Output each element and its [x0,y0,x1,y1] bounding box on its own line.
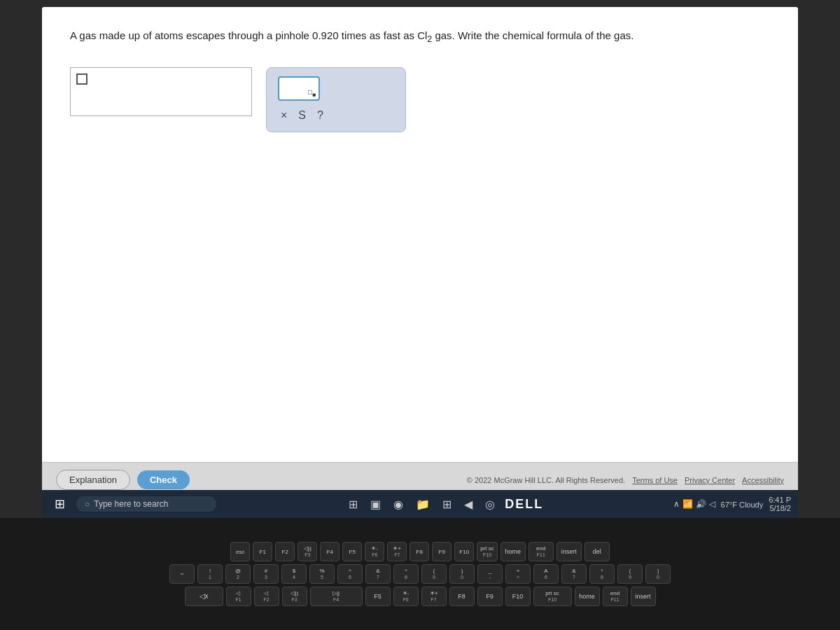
key-f1[interactable]: F1 [253,542,272,561]
key-del[interactable]: del [584,542,610,561]
formula-buttons: × S ? [278,108,394,123]
key-end[interactable]: endF11 [528,542,554,561]
taskbar-icon-2[interactable]: ▣ [368,498,384,511]
key-f9[interactable]: F9 [432,542,451,561]
taskbar-icon-chat[interactable]: ◀ [461,498,475,511]
key-t[interactable]: F5 [365,587,391,606]
number-key-row: ~ !1 @2 #3 $4 %5 ^6 &7 *8 (9 )0 _- += A6… [169,564,671,584]
key-7b[interactable]: A6 [533,564,559,584]
question-button[interactable]: ? [314,108,326,123]
key-esc-bottom[interactable]: ◁x [185,587,223,606]
checkbox [76,74,88,85]
key-e[interactable]: ◁))F3 [282,587,307,606]
privacy-link[interactable]: Privacy Center [685,476,735,484]
key-u[interactable]: ☀+F7 [421,587,447,606]
key-0[interactable]: )0 [449,564,475,584]
key-minus[interactable]: _- [477,564,503,584]
caret-icon[interactable]: ∧ [673,499,680,509]
key-f5[interactable]: F5 [342,542,362,561]
key-1b[interactable]: )0 [645,564,671,584]
taskbar: ⊞ ○ Type here to search ⊞ ▣ ◉ 📁 ⊞ ◀ ◎ DE… [42,490,798,518]
key-8b[interactable]: &7 [561,564,587,584]
key-p[interactable]: F10 [505,587,531,606]
key-8[interactable]: *8 [393,564,419,584]
answer-row: □■ × S ? [70,67,770,132]
formula-panel: □■ × S ? [266,67,406,132]
key-o[interactable]: F9 [477,587,503,606]
key-insert[interactable]: insert [556,542,582,561]
key-backtick[interactable]: ~ [169,564,195,584]
key-q[interactable]: ◁F1 [226,587,251,606]
key-f7[interactable]: ☀+F7 [387,542,407,561]
taskbar-icon-browser[interactable]: ◉ [391,498,406,511]
key-w[interactable]: ◁F2 [254,587,279,606]
key-prtsc[interactable]: prt scF10 [477,542,498,561]
question-text-end: gas. Write the chemical formula of the g… [432,29,634,41]
taskbar-right: ∧ 📶 🔊 ◁ 67°F Cloudy 6:41 P 5/18/2 [673,496,791,512]
screen: A gas made up of atoms escapes through a… [42,7,798,497]
key-plus[interactable]: += [505,564,531,584]
weather-widget: 67°F Cloudy [721,498,764,510]
key-bracket1[interactable]: prt scF10 [533,587,572,606]
key-f2[interactable]: F2 [275,542,295,561]
start-button[interactable]: ⊞ [49,496,71,512]
search-icon: ○ [85,499,90,509]
speaker-icon[interactable]: 🔊 [696,499,706,509]
key-f3[interactable]: ◁))F3 [298,542,317,561]
fn-key-row: esc F1 F2 ◁))F3 F4 F5 ☀-F6 ☀+F7 F8 F9 F1… [230,542,610,561]
volume-icon[interactable]: ◁ [709,499,715,509]
laptop-body: A gas made up of atoms escapes through a… [0,0,840,630]
explanation-button[interactable]: Explanation [56,470,130,490]
s-button[interactable]: S [295,108,309,123]
weather-text: 67°F Cloudy [721,500,764,509]
sys-icons: ∧ 📶 🔊 ◁ [673,499,715,509]
terms-link[interactable]: Terms of Use [632,476,678,484]
taskbar-search[interactable]: ○ Type here to search [76,496,216,512]
key-7[interactable]: &7 [365,564,391,584]
modifier-key-row: ◁x ◁F1 ◁F2 ◁))F3 ▷||F4 F5 ☀-F6 ☀+F7 F8 F… [185,587,656,606]
search-text: Type here to search [94,499,168,509]
bottom-left: Explanation Check [56,470,190,490]
formula-display: □■ [278,76,320,101]
subscript-indicator: □■ [308,88,316,98]
key-y[interactable]: ☀-F6 [393,587,419,606]
check-button[interactable]: Check [137,470,190,489]
wifi-icon[interactable]: 📶 [682,499,693,509]
dell-logo: DELL [505,497,543,512]
key-3[interactable]: #3 [253,564,279,584]
key-1[interactable]: !1 [197,564,223,584]
taskbar-icon-folder[interactable]: 📁 [413,498,433,511]
x-button[interactable]: × [278,108,290,123]
accessibility-link[interactable]: Accessibility [742,476,784,484]
question-area: A gas made up of atoms escapes through a… [42,7,798,462]
taskbar-icon-grid[interactable]: ⊞ [440,498,454,511]
key-6[interactable]: ^6 [337,564,363,584]
taskbar-icon-globe[interactable]: ◎ [482,498,498,511]
copyright: © 2022 McGraw Hill LLC. All Rights Reser… [467,476,625,484]
key-i[interactable]: F8 [449,587,475,606]
date-display: 5/18/2 [769,504,791,512]
key-9[interactable]: (9 [421,564,447,584]
key-5[interactable]: %5 [309,564,335,584]
copyright-text: © 2022 McGraw Hill LLC. All Rights Reser… [467,476,784,484]
key-bracket2[interactable]: home [575,587,600,606]
key-home[interactable]: home [500,542,526,561]
key-9b[interactable]: *8 [589,564,615,584]
time-display: 6:41 P [769,496,791,504]
key-f6[interactable]: ☀-F6 [365,542,384,561]
key-4[interactable]: $4 [281,564,307,584]
clock: 6:41 P 5/18/2 [769,496,791,512]
key-f4[interactable]: F4 [320,542,340,561]
answer-input-box[interactable] [70,67,252,116]
key-backslash[interactable]: endF11 [603,587,628,606]
taskbar-icon-1[interactable]: ⊞ [346,498,360,511]
question-main-text: A gas made up of atoms escapes through a… [70,29,427,41]
key-esc[interactable]: esc [230,542,250,561]
key-f8[interactable]: F8 [410,542,429,561]
keyboard-area: esc F1 F2 ◁))F3 F4 F5 ☀-F6 ☀+F7 F8 F9 F1… [0,518,840,630]
key-2[interactable]: @2 [225,564,251,584]
key-0b[interactable]: (9 [617,564,643,584]
key-r[interactable]: ▷||F4 [310,587,363,606]
key-f10[interactable]: F10 [454,542,474,561]
key-ins[interactable]: insert [631,587,656,606]
